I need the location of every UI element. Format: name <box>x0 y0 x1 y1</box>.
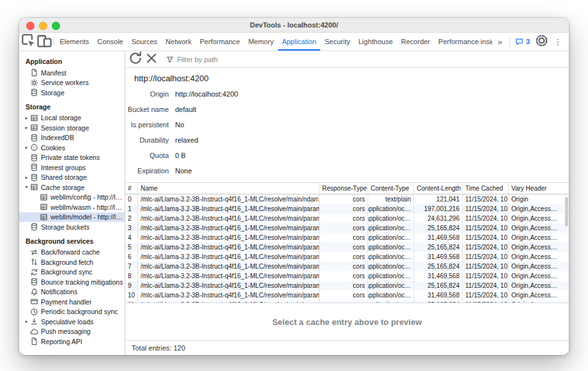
cell-name: /mlc-ai/Llama-3.2-3B-Instruct-q4f16_1-ML… <box>138 262 320 271</box>
cache-entry-row[interactable]: 1/mlc-ai/Llama-3.2-3B-Instruct-q4f16_1-M… <box>125 204 569 214</box>
cell-response-type: cors <box>320 290 368 300</box>
sidebar-item-manifest[interactable]: Manifest <box>19 68 125 78</box>
tab-lighthouse[interactable]: Lighthouse <box>354 33 397 51</box>
sidebar-item-service-workers[interactable]: Service workers <box>19 78 125 88</box>
sidebar-item-bounce-tracking-mitigations[interactable]: Bounce tracking mitigations <box>19 277 125 287</box>
tab-label: Recorder <box>401 38 430 45</box>
cache-entry-row[interactable]: 6/mlc-ai/Llama-3.2-3B-Instruct-q4f16_1-M… <box>125 252 569 262</box>
settings-button[interactable] <box>534 33 550 51</box>
cell-content-type: application/oc… <box>368 204 414 214</box>
sidebar-item-cache-storage[interactable]: ▾Cache storage <box>19 182 125 193</box>
sidebar-item-indexeddb[interactable]: IndexedDB <box>19 133 125 143</box>
refresh-button[interactable] <box>128 51 143 68</box>
sidebar-item-shared-storage[interactable]: ▸Shared storage <box>19 173 125 183</box>
sidebar-item-reporting-api[interactable]: Reporting API <box>19 336 125 347</box>
cache-entry-row[interactable]: 0/mlc-ai/Llama-3.2-3B-Instruct-q4f16_1-M… <box>125 194 569 204</box>
table-icon <box>40 213 48 221</box>
sidebar-item-webllm-wasm-http-loca[interactable]: webllm/wasm - http://loca… <box>19 202 125 212</box>
sidebar-item-label: Cookies <box>41 144 65 152</box>
zoom-window-button[interactable] <box>52 22 60 30</box>
device-toolbar-button[interactable] <box>36 33 52 51</box>
sidebar-item-label: Service workers <box>41 79 89 86</box>
tab-performance-insights[interactable]: Performance insights <box>434 33 492 51</box>
expander-icon[interactable]: ▸ <box>23 319 30 324</box>
console-messages-button[interactable]: 3 <box>511 33 534 51</box>
sidebar-item-webllm-model-http-loc[interactable]: webllm/model - http://loc… <box>19 212 125 223</box>
cell-content-length: 197,001,216 <box>414 204 463 214</box>
cache-entry-row[interactable]: 10/mlc-ai/Llama-3.2-3B-Instruct-q4f16_1-… <box>125 290 569 300</box>
column-header-index[interactable]: # <box>125 183 138 194</box>
meta-row-is-persistent: Is persistentNo <box>125 117 569 132</box>
more-options-button[interactable]: ⋮ <box>550 33 566 51</box>
column-header-content-type[interactable]: Content-Type <box>368 183 414 194</box>
tab-security[interactable]: Security <box>320 33 354 51</box>
sidebar-item-push-messaging[interactable]: Push messaging <box>19 327 125 337</box>
sidebar-item-label: Notifications <box>41 288 77 296</box>
cache-entry-row[interactable]: 8/mlc-ai/Llama-3.2-3B-Instruct-q4f16_1-M… <box>125 271 569 281</box>
more-panels-button[interactable]: » <box>492 33 508 51</box>
sidebar-item-local-storage[interactable]: ▸Local storage <box>19 113 125 123</box>
expander-icon[interactable]: ▸ <box>23 145 30 150</box>
column-header-time-cached[interactable]: Time Cached <box>463 183 509 194</box>
close-window-button[interactable] <box>26 22 35 30</box>
sidebar-item-background-fetch[interactable]: Background fetch <box>19 257 125 267</box>
tab-performance[interactable]: Performance <box>196 33 244 51</box>
sidebar-item-label: Bounce tracking mitigations <box>41 278 123 286</box>
column-header-content-length[interactable]: Content-Length <box>414 183 463 194</box>
cache-entry-row[interactable]: 3/mlc-ai/Llama-3.2-3B-Instruct-q4f16_1-M… <box>125 223 569 233</box>
cell-vary: Origin,Access… <box>509 242 569 252</box>
column-header-response-type[interactable]: Response-Type <box>320 183 368 194</box>
cache-entry-row[interactable]: 11/mlc-ai/Llama-3.2-3B-Instruct-q4f16_1-… <box>125 300 569 303</box>
sidebar-item-session-storage[interactable]: ▸Session storage <box>19 123 125 133</box>
sidebar-item-speculative-loads[interactable]: ▸Speculative loads <box>19 317 125 327</box>
minimize-window-button[interactable] <box>39 22 47 30</box>
cache-entry-row[interactable]: 7/mlc-ai/Llama-3.2-3B-Instruct-q4f16_1-M… <box>125 262 569 271</box>
cache-entry-row[interactable]: 5/mlc-ai/Llama-3.2-3B-Instruct-q4f16_1-M… <box>125 242 569 252</box>
divider <box>54 36 54 47</box>
bell-icon <box>30 288 38 296</box>
tab-network[interactable]: Network <box>162 33 196 51</box>
sidebar-item-background-sync[interactable]: Background sync <box>19 267 125 278</box>
sidebar-item-periodic-background-sync[interactable]: Periodic background sync <box>19 307 125 317</box>
sidebar-item-storage[interactable]: Storage <box>19 88 125 98</box>
sidebar-item-storage-buckets[interactable]: Storage buckets <box>19 222 125 232</box>
expander-icon[interactable]: ▸ <box>23 125 30 130</box>
cache-entry-row[interactable]: 4/mlc-ai/Llama-3.2-3B-Instruct-q4f16_1-M… <box>125 233 569 242</box>
filter-input[interactable] <box>177 56 566 63</box>
sidebar-item-private-state-tokens[interactable]: Private state tokens <box>19 153 125 163</box>
tab-sources[interactable]: Sources <box>127 33 161 51</box>
cell-vary: Origin,Access… <box>509 204 569 214</box>
sidebar-item-payment-handler[interactable]: Payment handler <box>19 297 125 307</box>
tab-memory[interactable]: Memory <box>244 33 278 51</box>
sidebar-item-back-forward-cache[interactable]: Back/forward cache <box>19 248 125 258</box>
sidebar-item-notifications[interactable]: Notifications <box>19 287 125 297</box>
cell-time-cached: 11/15/2024, 10… <box>463 233 509 242</box>
expander-icon[interactable]: ▸ <box>23 175 30 180</box>
cell-content-type: application/oc… <box>368 262 414 271</box>
tab-elements[interactable]: Elements <box>56 33 93 51</box>
expander-icon[interactable]: ▾ <box>23 184 30 190</box>
delete-selected-button[interactable] <box>144 51 159 68</box>
expander-icon[interactable]: ▸ <box>23 115 30 121</box>
tab-recorder[interactable]: Recorder <box>397 33 434 51</box>
cell-name: /mlc-ai/Llama-3.2-3B-Instruct-q4f16_1-ML… <box>138 223 320 233</box>
inspect-element-button[interactable] <box>20 33 36 51</box>
total-entries-label: Total entries: 120 <box>132 344 185 352</box>
meta-value: No <box>175 121 184 129</box>
meta-label: Origin <box>125 90 169 98</box>
cache-entry-row[interactable]: 9/mlc-ai/Llama-3.2-3B-Instruct-q4f16_1-M… <box>125 281 569 290</box>
tab-application[interactable]: Application <box>278 33 321 51</box>
column-header-vary-header[interactable]: Vary Header <box>509 183 569 194</box>
sidebar-item-interest-groups[interactable]: Interest groups <box>19 162 125 173</box>
cell-content-type: text/plain <box>368 194 414 204</box>
table-vertical-scrollbar[interactable] <box>565 197 568 226</box>
cache-entry-row[interactable]: 2/mlc-ai/Llama-3.2-3B-Instruct-q4f16_1-M… <box>125 214 569 223</box>
sidebar-item-webllm-config-http-loc[interactable]: webllm/config - http://loc… <box>19 193 125 203</box>
cell-time-cached: 11/15/2024, 10… <box>463 262 509 271</box>
tab-console[interactable]: Console <box>93 33 127 51</box>
column-header-name[interactable]: Name <box>138 183 320 194</box>
cell-num: 6 <box>125 252 138 262</box>
cell-vary: Origin <box>509 194 569 204</box>
kebab-menu-icon: ⋮ <box>553 38 562 46</box>
sidebar-item-cookies[interactable]: ▸Cookies <box>19 143 125 153</box>
